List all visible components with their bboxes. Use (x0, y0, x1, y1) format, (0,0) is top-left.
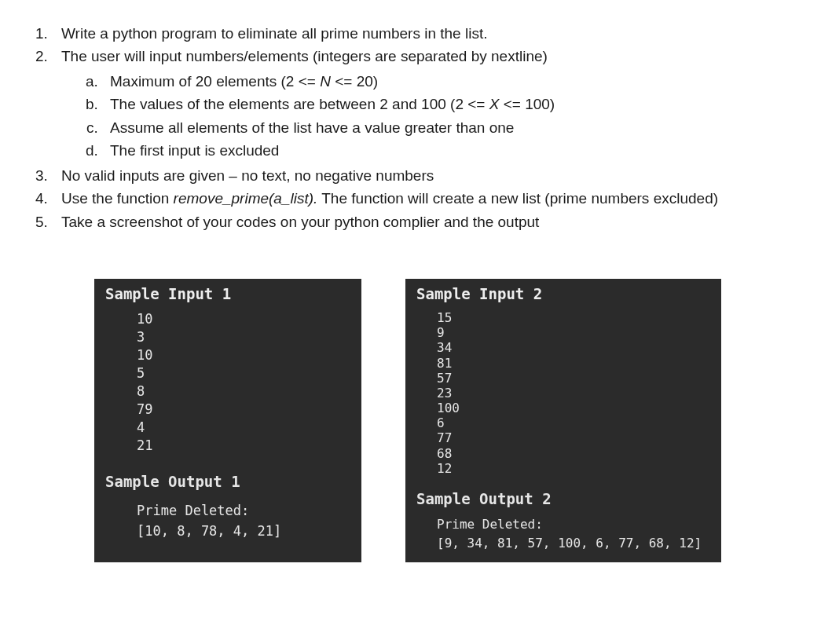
output-label: Prime Deleted: (137, 501, 361, 521)
code-line: 21 (137, 437, 361, 455)
sample-input-2-title: Sample Input 2 (405, 279, 721, 310)
sample-input-1-title: Sample Input 1 (94, 279, 361, 310)
code-line: 15 (437, 310, 721, 325)
code-line: 100 (437, 401, 721, 415)
sample-2-box: Sample Input 2 15 9 34 81 57 23 100 6 77… (405, 279, 721, 562)
output-label: Prime Deleted: (437, 515, 721, 534)
sub-instruction-item-b: The values of the elements are between 2… (102, 93, 813, 115)
i4-pre: Use the function (61, 190, 174, 207)
output-list: [10, 8, 78, 4, 21] (137, 521, 361, 542)
code-line: 23 (437, 386, 721, 401)
sample-output-1-block: Prime Deleted: [10, 8, 78, 4, 21] (94, 495, 361, 552)
code-line: 8 (137, 382, 361, 401)
code-line: 3 (137, 328, 361, 346)
code-line: 10 (137, 310, 361, 328)
instruction-item: Write a python program to eliminate all … (52, 22, 813, 45)
code-line: 79 (137, 401, 361, 419)
code-line: 6 (437, 415, 721, 430)
sub-instruction-list: Maximum of 20 elements (2 <= N <= 20) Th… (61, 70, 813, 163)
code-line: 9 (437, 325, 721, 340)
code-line: 68 (437, 446, 721, 461)
i4-fn: remove_prime(a_list). (174, 190, 318, 207)
code-line: 12 (437, 461, 721, 476)
sub-instruction-item-a: Maximum of 20 elements (2 <= N <= 20) (102, 70, 813, 93)
code-line: 4 (137, 419, 361, 437)
sub-instruction-item-c: Assume all elements of the list have a v… (102, 116, 813, 139)
sample-input-2-lines: 15 9 34 81 57 23 100 6 77 68 12 (405, 310, 721, 479)
code-line: 81 (437, 356, 721, 371)
sample-output-2-title: Sample Output 2 (405, 479, 721, 512)
samples-row: Sample Input 1 10 3 10 5 8 79 4 21 Sampl… (94, 279, 813, 562)
code-line: 10 (137, 346, 361, 364)
instruction-item: No valid inputs are given – no text, no … (52, 164, 813, 187)
instruction-item: Use the function remove_prime(a_list). T… (52, 187, 813, 210)
code-line: 34 (437, 340, 721, 355)
instruction-text: The user will input numbers/elements (in… (61, 48, 548, 64)
sample-1-box: Sample Input 1 10 3 10 5 8 79 4 21 Sampl… (94, 279, 361, 562)
code-line: 57 (437, 371, 721, 386)
i4-post: The function will create a new list (pri… (317, 190, 718, 207)
sample-input-1-lines: 10 3 10 5 8 79 4 21 (94, 310, 361, 458)
sub-text: The values of the elements are between 2… (110, 96, 555, 112)
code-line: 77 (437, 430, 721, 445)
instruction-item: The user will input numbers/elements (in… (52, 45, 813, 162)
output-list: [9, 34, 81, 57, 100, 6, 77, 68, 12] (437, 534, 721, 553)
instruction-list: Write a python program to eliminate all … (19, 22, 813, 233)
instruction-item: Take a screenshot of your codes on your … (52, 210, 813, 233)
code-line: 5 (137, 364, 361, 382)
sub-instruction-item-d: The first input is excluded (102, 139, 813, 162)
sample-output-1-title: Sample Output 1 (94, 457, 361, 495)
sample-output-2-block: Prime Deleted: [9, 34, 81, 57, 100, 6, 7… (405, 512, 721, 562)
sub-text: Maximum of 20 elements (2 <= N <= 20) (110, 73, 378, 90)
